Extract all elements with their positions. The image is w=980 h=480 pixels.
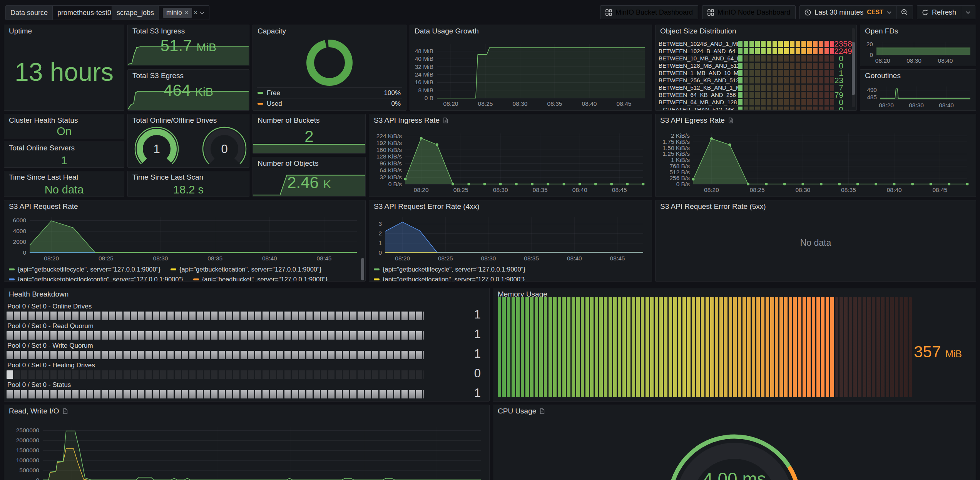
datasource-picker[interactable]: Data source prometheus-test01 [5, 5, 128, 20]
panel-title[interactable]: Number of Objects [253, 157, 365, 170]
panel-title[interactable]: Object Size Distribution [656, 25, 856, 37]
object-size-row[interactable]: BETWEEN_10_MB_AND_64_MB 0 [659, 55, 853, 62]
health-row[interactable]: Pool 0 / Set 0 - Online Drives 1 [7, 303, 485, 320]
panel-description-icon[interactable] [539, 408, 545, 414]
svg-text:2500000: 2500000 [16, 427, 40, 433]
svg-text:2 KiB/s: 2 KiB/s [671, 132, 690, 139]
refresh-button[interactable]: Refresh [917, 6, 961, 19]
svg-text:500000: 500000 [19, 467, 39, 473]
time-controls: Last 30 minutes CEST [799, 5, 913, 19]
panel-title[interactable]: Total Online Servers [4, 142, 124, 154]
time-range-picker[interactable]: Last 30 minutes CEST [800, 6, 896, 19]
panel-s3-api-error-rate-5xx: S3 API Request Error Rate (5xx) No data [655, 200, 976, 282]
minio-bucket-dashboard-button[interactable]: MinIO Bucket Dashboard [600, 5, 698, 19]
svg-text:08:40: 08:40 [938, 57, 953, 64]
object-size-distribution-bars[interactable]: BETWEEN_1024B_AND_1_MB 2358 BETWEEN_1024… [659, 40, 853, 110]
legend-row-used[interactable]: Used 0% [257, 98, 402, 109]
panel-uptime: Uptime 13 hours [4, 25, 124, 111]
object-size-row[interactable]: BETWEEN_64_MB_AND_128_MB 0 [659, 99, 853, 105]
chevron-down-icon [200, 12, 204, 14]
panel-title[interactable]: S3 API Request Rate [4, 200, 365, 213]
health-row[interactable]: Pool 0 / Set 0 - Read Quorum 1 [7, 322, 485, 340]
panel-title[interactable]: S3 API Request Error Rate (5xx) [656, 200, 976, 213]
drives-gauges[interactable]: 10 [128, 124, 249, 168]
legend-item[interactable]: {api="getbucketlifecycle", server="127.0… [9, 266, 161, 273]
svg-text:08:20: 08:20 [875, 57, 890, 64]
panel-description-icon[interactable] [728, 117, 734, 123]
panel-title[interactable]: Read, Write I/O [4, 405, 489, 417]
minio-node-dashboard-button[interactable]: MinIO Node Dashboard [702, 5, 796, 19]
legend-item[interactable]: {api="getbucketobjectlockconfig", server… [9, 276, 183, 281]
panel-title[interactable]: Time Since Last Heal [4, 171, 124, 183]
read-write-io-chart[interactable]: 08:2008:2508:3008:3508:4008:450500000100… [7, 418, 486, 480]
data-usage-growth-chart[interactable]: 08:2008:2508:3008:3508:4008:450 B8 MiB16… [413, 36, 649, 109]
health-row[interactable]: Pool 0 / Set 0 - Healing Drives 0 [7, 362, 485, 379]
health-row[interactable]: Pool 0 / Set 0 - Write Quorum 1 [7, 342, 485, 359]
s3-error-rate-4xx-chart[interactable]: 08:2008:2508:3008:3508:4008:450123 [372, 213, 649, 263]
cpu-usage-gauge[interactable]: 4.00 ms [493, 418, 976, 480]
svg-text:0 B: 0 B [425, 95, 433, 101]
panel-title[interactable]: Capacity [253, 25, 406, 37]
legend-item[interactable]: {api="headbucket", server="127.0.0.1:900… [193, 276, 328, 281]
scrape-jobs-tag-minio[interactable]: minio × [163, 8, 192, 18]
error-rate-4xx-legend: {api="getbucketlifecycle", server="127.0… [374, 266, 645, 281]
timezone-badge: CEST [867, 9, 883, 16]
panel-title[interactable]: Uptime [4, 25, 124, 37]
panel-title[interactable]: S3 API Egress Rate [656, 114, 976, 127]
legend-swatch [374, 268, 380, 270]
object-size-row[interactable]: BETWEEN_512_KB_AND_1_MB 7 [659, 84, 853, 91]
object-size-row[interactable]: BETWEEN_64_KB_AND_256_KB 79 [659, 92, 853, 98]
panel-title[interactable]: Number of Buckets [253, 114, 365, 127]
legend-item[interactable]: {api="getbucketlocation", server="127.0.… [374, 276, 525, 281]
tag-close-icon[interactable]: × [185, 9, 189, 17]
capacity-donut[interactable] [253, 38, 406, 87]
health-breakdown-rows[interactable]: Pool 0 / Set 0 - Online Drives 1 Pool 0 … [7, 303, 485, 401]
object-size-row[interactable]: BETWEEN_1024_B_AND_64_KB 2249 [659, 48, 853, 54]
panel-title[interactable]: CPU Usage [493, 405, 976, 417]
legend-item[interactable]: {api="getbucketlifecycle", server="127.0… [374, 266, 525, 273]
s3-request-rate-chart[interactable]: 08:2008:2508:3008:3508:4008:450200040006… [7, 213, 362, 263]
s3-egress-rate-chart[interactable]: 08:2008:2508:3008:3508:4008:450 B/s256 B… [659, 127, 973, 195]
svg-text:08:25: 08:25 [453, 187, 468, 193]
led-bar [738, 70, 834, 76]
scrape-jobs-picker[interactable]: scrape_jobs minio × × [112, 5, 209, 20]
panel-title[interactable]: Total S3 Ingress [128, 25, 249, 37]
legend-swatch [193, 278, 199, 280]
s3-ingress-rate-chart[interactable]: 08:2008:2508:3008:3508:4008:450 B/s32 Ki… [372, 127, 649, 195]
panel-description-icon[interactable] [443, 117, 448, 123]
panel-total-online-servers: Total Online Servers 1 [4, 142, 124, 168]
egress-value: 464 KiB [128, 81, 249, 100]
open-fds-chart[interactable]: 08:2008:3008:40020 [863, 35, 974, 65]
led-bar [738, 77, 834, 83]
legend-row-free[interactable]: Free 100% [257, 87, 402, 98]
panel-s3-api-egress-rate: S3 API Egress Rate 08:2008:2508:3008:350… [655, 114, 976, 197]
panel-title[interactable]: S3 API Request Error Rate (4xx) [369, 200, 652, 213]
panel-description-icon[interactable] [62, 408, 68, 414]
legend-swatch [258, 92, 263, 94]
scrape-jobs-select[interactable] [199, 6, 209, 20]
object-size-row[interactable]: BETWEEN_128_MB_AND_512_... 0 [659, 62, 853, 69]
scrollbar-thumb[interactable] [852, 42, 855, 95]
refresh-interval-picker[interactable] [961, 6, 975, 19]
panel-cluster-health-status: Cluster Health Status On [4, 114, 124, 138]
object-size-row[interactable]: BETWEEN_1_MB_AND_10_MB 1 [659, 70, 853, 76]
legend-scrollbar-thumb[interactable] [361, 258, 364, 280]
goroutines-chart[interactable]: 08:2008:3008:40485490 [863, 80, 974, 110]
panel-title[interactable]: Health Breakdown [4, 288, 489, 300]
object-size-row[interactable]: BETWEEN_1024B_AND_1_MB 2358 [659, 40, 853, 47]
object-size-row[interactable]: BETWEEN_256_KB_AND_512_KB 23 [659, 77, 853, 83]
led-bar [738, 99, 834, 105]
clear-all-icon[interactable]: × [192, 6, 199, 20]
object-size-row[interactable]: GREATER_THAN_512_MB 0 [659, 106, 853, 110]
memory-usage-led-gauge[interactable] [498, 297, 912, 397]
health-row[interactable]: Pool 0 / Set 0 - Status 1 [7, 381, 485, 398]
panel-title[interactable]: Total S3 Egress [128, 70, 249, 82]
panel-object-size-distribution: Object Size Distribution BETWEEN_1024B_A… [655, 25, 857, 111]
legend-item[interactable]: {api="getbucketlocation", server="127.0.… [171, 266, 321, 273]
svg-text:1000000: 1000000 [16, 457, 40, 463]
zoom-out-button[interactable] [896, 6, 913, 19]
scrape-jobs-label: scrape_jobs [112, 6, 159, 20]
panel-title[interactable]: Time Since Last Scan [128, 171, 249, 183]
led-bar [7, 390, 424, 398]
panel-title[interactable]: S3 API Ingress Rate [369, 114, 652, 127]
